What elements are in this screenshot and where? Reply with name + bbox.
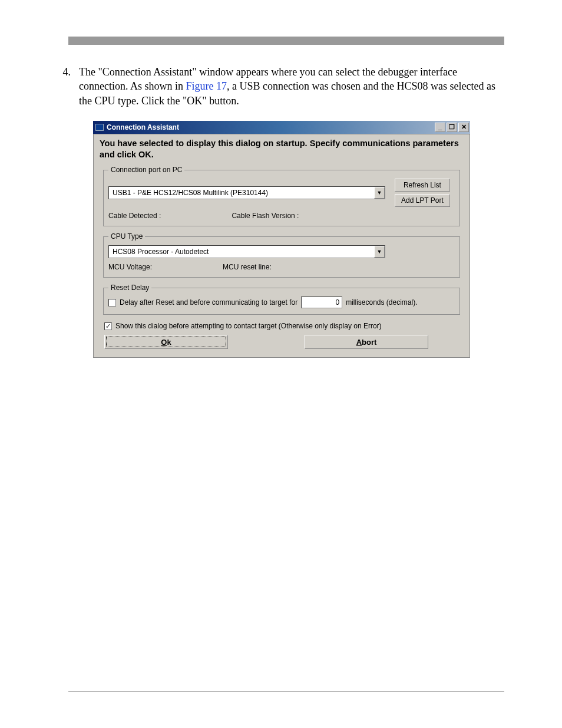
minimize-button[interactable]: _ (435, 123, 445, 132)
cpu-type-combo[interactable]: HCS08 Processor - Autodetect ▼ (108, 245, 385, 258)
dialog-body: You have selected to display this dialog… (93, 134, 470, 358)
dialog-title: Connection Assistant (107, 123, 179, 131)
app-icon (95, 124, 104, 131)
mcu-voltage-label: MCU Voltage: (108, 263, 152, 271)
abort-button-rest: bort (362, 338, 376, 347)
show-dialog-checkbox[interactable]: ✓ (104, 322, 112, 330)
reset-delay-label: Delay after Reset and before communicati… (120, 298, 297, 307)
instruction-step: 4. The "Connection Assistant" window app… (59, 65, 507, 108)
cpu-type-value: HCS08 Processor - Autodetect (113, 248, 209, 256)
cable-flash-version-label: Cable Flash Version : (232, 212, 299, 220)
connection-port-combo[interactable]: USB1 - P&E HCS12/HCS08 Multilink (PE3101… (108, 186, 385, 199)
dialog-titlebar[interactable]: Connection Assistant _ ❐ ✕ (93, 121, 470, 134)
cpu-type-legend: CPU Type (108, 232, 145, 241)
step-number: 4. (59, 65, 71, 108)
connection-assistant-dialog: Connection Assistant _ ❐ ✕ You have sele… (93, 121, 470, 358)
page-footer-rule (68, 691, 504, 692)
ok-button-rest: k (167, 338, 171, 347)
connection-port-value: USB1 - P&E HCS12/HCS08 Multilink (PE3101… (113, 189, 268, 197)
page-content: 4. The "Connection Assistant" window app… (59, 65, 507, 358)
mcu-reset-line-label: MCU reset line: (223, 263, 272, 271)
reset-delay-checkbox[interactable] (108, 299, 116, 307)
ok-button[interactable]: Ok (104, 335, 228, 349)
add-lpt-port-button[interactable]: Add LPT Port (395, 194, 450, 207)
abort-button-mnemonic: A (356, 338, 362, 347)
reset-delay-units: milliseconds (decimal). (346, 298, 417, 307)
ok-button-mnemonic: O (161, 338, 167, 347)
reset-delay-legend: Reset Delay (108, 284, 151, 292)
dialog-headline: You have selected to display this dialog… (100, 138, 464, 161)
reset-delay-group: Reset Delay Delay after Reset and before… (103, 284, 460, 315)
connection-port-group: Connection port on PC USB1 - P&E HCS12/H… (103, 166, 460, 226)
connection-port-legend: Connection port on PC (108, 166, 184, 174)
chevron-down-icon[interactable]: ▼ (374, 187, 385, 199)
page-header-rule (68, 37, 504, 45)
reset-delay-value-input[interactable]: 0 (301, 297, 342, 308)
cable-detected-label: Cable Detected : (108, 212, 161, 220)
refresh-list-button[interactable]: Refresh List (395, 179, 450, 192)
maximize-button[interactable]: ❐ (447, 123, 457, 132)
show-dialog-label: Show this dialog before attempting to co… (115, 322, 382, 330)
abort-button[interactable]: Abort (305, 335, 428, 349)
step-text: The "Connection Assistant" window appear… (79, 65, 507, 108)
cpu-type-group: CPU Type HCS08 Processor - Autodetect ▼ … (103, 232, 460, 278)
chevron-down-icon[interactable]: ▼ (374, 246, 385, 258)
figure-reference-link[interactable]: Figure 17 (186, 80, 227, 92)
close-button[interactable]: ✕ (458, 123, 469, 132)
